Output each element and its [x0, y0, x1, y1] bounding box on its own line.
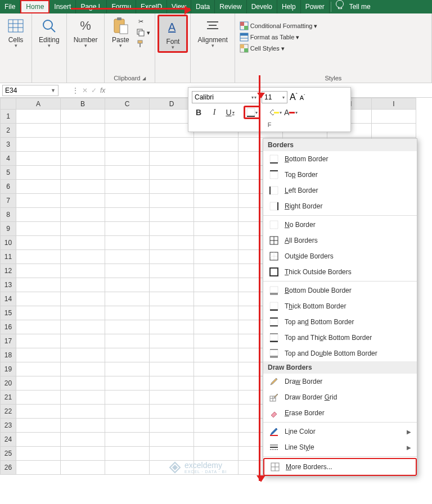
fill-color-button[interactable]: ▾ — [268, 106, 282, 119]
cell[interactable] — [16, 208, 61, 222]
number-button[interactable]: % Number ▾ — [69, 15, 102, 49]
cell[interactable] — [105, 222, 150, 236]
cell[interactable] — [150, 236, 194, 250]
row-header[interactable]: 20 — [1, 376, 16, 391]
cell[interactable] — [150, 320, 194, 334]
cell[interactable] — [105, 124, 150, 138]
cell[interactable] — [61, 292, 105, 306]
row-header[interactable]: 18 — [1, 348, 16, 362]
cell[interactable] — [61, 236, 105, 250]
cell[interactable] — [105, 292, 150, 306]
cell[interactable] — [194, 405, 238, 419]
column-header[interactable]: C — [105, 98, 150, 110]
cell[interactable] — [16, 138, 61, 152]
cell[interactable] — [194, 348, 238, 362]
cell[interactable] — [16, 180, 61, 194]
cell[interactable] — [105, 447, 150, 461]
cell[interactable] — [16, 405, 61, 419]
cell[interactable] — [105, 348, 150, 362]
tab-page-layout[interactable]: Page L — [76, 0, 107, 13]
cell[interactable] — [105, 405, 150, 419]
cell[interactable] — [16, 110, 61, 124]
cell[interactable] — [105, 376, 150, 391]
cell[interactable] — [16, 362, 61, 376]
tab-power[interactable]: Power — [301, 0, 330, 13]
cell[interactable] — [16, 376, 61, 391]
cell[interactable] — [150, 405, 194, 419]
cell[interactable] — [194, 278, 238, 292]
row-header[interactable]: 25 — [1, 447, 16, 461]
cell[interactable] — [61, 222, 105, 236]
cell[interactable] — [61, 138, 105, 152]
font-group-button[interactable]: A Font ▾ — [158, 15, 188, 53]
cell[interactable] — [16, 320, 61, 334]
cell[interactable] — [150, 194, 194, 208]
menu-right-border[interactable]: Right Border — [263, 198, 417, 214]
cell[interactable] — [16, 250, 61, 264]
cell[interactable] — [61, 405, 105, 419]
name-box[interactable]: E34 ▼ — [2, 85, 58, 96]
cell[interactable] — [150, 166, 194, 180]
cell[interactable] — [194, 152, 238, 166]
cell[interactable] — [105, 334, 150, 348]
cell[interactable] — [61, 362, 105, 376]
cell[interactable] — [61, 447, 105, 461]
cell[interactable] — [105, 208, 150, 222]
dialog-launcher-icon[interactable]: ◢ — [142, 76, 146, 81]
tell-me[interactable]: Tell me — [347, 0, 375, 13]
row-header[interactable]: 2 — [1, 124, 16, 138]
cell[interactable] — [61, 419, 105, 433]
alignment-button[interactable]: Alignment ▾ — [193, 15, 232, 49]
cell[interactable] — [194, 419, 238, 433]
menu-line-color[interactable]: Line Color▶ — [263, 424, 417, 439]
menu-top-bottom-border[interactable]: Top and Bottom Border — [263, 314, 417, 330]
cell[interactable] — [150, 180, 194, 194]
cell[interactable] — [150, 152, 194, 166]
menu-outside-borders[interactable]: Outside Borders — [263, 248, 417, 264]
select-all-corner[interactable] — [1, 98, 16, 110]
cell[interactable] — [61, 391, 105, 405]
decrease-font-icon[interactable]: Aˇ — [300, 94, 305, 101]
cell[interactable] — [61, 320, 105, 334]
row-header[interactable]: 9 — [1, 222, 16, 236]
cell[interactable] — [150, 292, 194, 306]
cell[interactable] — [150, 208, 194, 222]
cell[interactable] — [194, 222, 238, 236]
row-header[interactable]: 4 — [1, 152, 16, 166]
cell[interactable] — [105, 166, 150, 180]
cell[interactable] — [150, 278, 194, 292]
tab-home[interactable]: Home — [20, 0, 50, 13]
menu-thick-bottom-border[interactable]: Thick Bottom Border — [263, 298, 417, 314]
row-header[interactable]: 26 — [1, 461, 16, 475]
cell[interactable] — [105, 362, 150, 376]
cell[interactable] — [61, 264, 105, 278]
cell[interactable] — [150, 264, 194, 278]
cell[interactable] — [194, 138, 238, 152]
cell[interactable] — [105, 138, 150, 152]
tab-help[interactable]: Help — [277, 0, 301, 13]
cell[interactable] — [150, 447, 194, 461]
row-header[interactable]: 15 — [1, 306, 16, 320]
cell[interactable] — [16, 194, 61, 208]
cell[interactable] — [194, 208, 238, 222]
row-header[interactable]: 6 — [1, 180, 16, 194]
conditional-formatting-button[interactable]: Conditional Formatting▾ — [240, 21, 318, 30]
cell[interactable] — [150, 433, 194, 447]
increase-font-icon[interactable]: Aˆ — [290, 92, 298, 102]
borders-button[interactable]: ▾ — [244, 106, 260, 119]
cell[interactable] — [194, 166, 238, 180]
font-name-combo[interactable]: Calibri ▾▾ — [192, 91, 259, 103]
cell[interactable] — [150, 391, 194, 405]
row-header[interactable]: 7 — [1, 194, 16, 208]
underline-button[interactable]: U▾ — [223, 106, 237, 119]
cell[interactable] — [150, 306, 194, 320]
cell[interactable] — [16, 348, 61, 362]
cell[interactable] — [61, 250, 105, 264]
cell[interactable] — [16, 334, 61, 348]
row-header[interactable]: 10 — [1, 236, 16, 250]
cell[interactable] — [16, 306, 61, 320]
cell[interactable] — [150, 250, 194, 264]
row-header[interactable]: 21 — [1, 391, 16, 405]
paste-button[interactable]: Paste ▾ — [107, 15, 134, 49]
cells-button[interactable]: Cells ▾ — [2, 15, 29, 49]
